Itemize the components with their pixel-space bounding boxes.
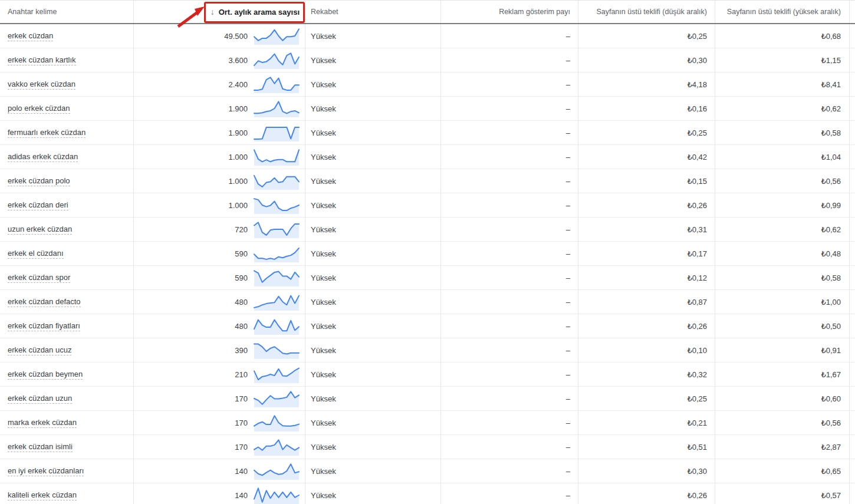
- keyword-link[interactable]: erkek el cüzdanı: [8, 249, 64, 259]
- ad-impression-share-cell: –: [441, 411, 578, 434]
- top-bid-low-cell: ₺0,30: [578, 459, 715, 483]
- keyword-link[interactable]: fermuarlı erkek cüzdan: [8, 128, 86, 138]
- table-row: erkek cüzdan spor 590 Yüksek – ₺0,12 ₺0,…: [0, 266, 855, 290]
- ad-impression-share-value: –: [566, 153, 570, 162]
- keyword-link[interactable]: erkek cüzdan defacto: [8, 297, 81, 307]
- top-bid-low-value: ₺0,51: [687, 443, 707, 452]
- competition-cell: Yüksek: [305, 121, 441, 144]
- top-bid-high-value: ₺0,99: [821, 201, 841, 210]
- column-header-keyword[interactable]: Anahtar kelime: [0, 1, 134, 23]
- keyword-cell: erkek cüzdan uzun: [0, 387, 134, 410]
- keyword-link[interactable]: erkek cüzdan: [8, 31, 53, 41]
- top-bid-high-cell: ₺0,56: [715, 169, 850, 193]
- row-right-gutter: [850, 193, 855, 217]
- search-volume-value: 170: [235, 394, 248, 403]
- keyword-link[interactable]: kaliteli erkek cüzdan: [8, 490, 77, 500]
- ad-impression-share-value: –: [566, 443, 570, 452]
- ad-impression-share-value: –: [566, 104, 570, 113]
- row-right-gutter: [850, 48, 855, 72]
- competition-cell: Yüksek: [305, 483, 441, 504]
- row-right-gutter: [850, 121, 855, 144]
- keyword-link[interactable]: erkek cüzdan isimli: [8, 442, 73, 452]
- row-right-gutter: [850, 435, 855, 459]
- keyword-link[interactable]: polo erkek cüzdan: [8, 104, 70, 114]
- avg-monthly-searches-cell: 590: [134, 266, 305, 289]
- keyword-link[interactable]: en iyi erkek cüzdanları: [8, 466, 84, 476]
- top-bid-high-value: ₺0,68: [821, 32, 841, 41]
- avg-monthly-searches-cell: 480: [134, 290, 305, 314]
- ad-impression-share-cell: –: [441, 48, 578, 72]
- competition-cell: Yüksek: [305, 24, 441, 48]
- competition-cell: Yüksek: [305, 242, 441, 265]
- table-row: erkek cüzdan defacto 480 Yüksek – ₺0,87 …: [0, 290, 855, 314]
- keyword-cell: erkek cüzdan kartlık: [0, 48, 134, 72]
- top-bid-low-cell: ₺0,26: [578, 193, 715, 217]
- competition-value: Yüksek: [311, 80, 336, 89]
- ad-impression-share-value: –: [566, 322, 570, 331]
- top-bid-high-cell: ₺0,60: [715, 387, 850, 410]
- top-bid-high-value: ₺0,91: [821, 346, 841, 355]
- table-row: erkek cüzdan 49.500 Yüksek – ₺0,25 ₺0,68: [0, 24, 855, 48]
- ad-impression-share-value: –: [566, 274, 570, 282]
- sort-descending-icon: ↓: [211, 8, 215, 16]
- ad-impression-share-cell: –: [441, 24, 578, 48]
- trend-sparkline: [253, 438, 300, 456]
- keyword-cell: erkek cüzdan beymen: [0, 363, 134, 386]
- keyword-link[interactable]: erkek cüzdan kartlık: [8, 55, 76, 65]
- keyword-link[interactable]: erkek cüzdan uzun: [8, 394, 72, 404]
- top-bid-low-value: ₺0,10: [687, 346, 707, 355]
- keyword-cell: erkek cüzdan ucuz: [0, 338, 134, 362]
- keyword-link[interactable]: erkek cüzdan fiyatları: [8, 321, 80, 331]
- column-header-ad-impression-share[interactable]: Reklam gösterim payı: [441, 1, 578, 23]
- top-bid-high-cell: ₺0,58: [715, 121, 850, 144]
- competition-cell: Yüksek: [305, 435, 441, 459]
- competition-cell: Yüksek: [305, 218, 441, 241]
- keyword-link[interactable]: adidas erkek cüzdan: [8, 152, 78, 162]
- ad-impression-share-cell: –: [441, 363, 578, 386]
- keyword-link[interactable]: erkek cüzdan polo: [8, 176, 70, 186]
- top-bid-high-value: ₺0,62: [821, 225, 841, 234]
- keyword-link[interactable]: marka erkek cüzdan: [8, 418, 77, 428]
- top-bid-low-cell: ₺0,21: [578, 411, 715, 434]
- keyword-link[interactable]: erkek cüzdan ucuz: [8, 345, 71, 355]
- search-volume-value: 390: [235, 346, 248, 355]
- trend-sparkline: [253, 172, 300, 190]
- row-right-gutter: [850, 24, 855, 48]
- search-volume-value: 140: [235, 491, 248, 500]
- table-row: erkek cüzdan isimli 170 Yüksek – ₺0,51 ₺…: [0, 435, 855, 459]
- ad-impression-share-cell: –: [441, 387, 578, 410]
- keyword-link[interactable]: erkek cüzdan spor: [8, 273, 70, 283]
- competition-value: Yüksek: [311, 153, 336, 162]
- competition-value: Yüksek: [311, 322, 336, 331]
- top-bid-low-value: ₺0,25: [687, 129, 707, 137]
- keyword-link[interactable]: uzun erkek cüzdan: [8, 225, 72, 235]
- top-bid-high-value: ₺1,15: [821, 56, 841, 65]
- search-volume-value: 1.900: [228, 129, 248, 137]
- top-bid-low-value: ₺0,87: [687, 298, 707, 307]
- column-header-competition[interactable]: Rekabet: [305, 1, 441, 23]
- top-bid-low-cell: ₺0,25: [578, 24, 715, 48]
- keyword-link[interactable]: erkek cüzdan deri: [8, 200, 68, 210]
- trend-sparkline: [253, 414, 300, 431]
- table-row: marka erkek cüzdan 170 Yüksek – ₺0,21 ₺0…: [0, 411, 855, 435]
- column-header-top-bid-high[interactable]: Sayfanın üstü teklifi (yüksek aralık): [715, 1, 850, 23]
- row-right-gutter: [850, 242, 855, 265]
- competition-cell: Yüksek: [305, 97, 441, 120]
- top-bid-high-cell: ₺0,58: [715, 266, 850, 289]
- table-row: erkek cüzdan ucuz 390 Yüksek – ₺0,10 ₺0,…: [0, 338, 855, 363]
- column-header-keyword-label: Anahtar kelime: [8, 8, 57, 16]
- keyword-link[interactable]: erkek cüzdan beymen: [8, 370, 83, 380]
- trend-sparkline: [253, 220, 300, 238]
- search-volume-value: 170: [235, 419, 248, 427]
- column-header-top-bid-low[interactable]: Sayfanın üstü teklifi (düşük aralık): [578, 1, 715, 23]
- avg-monthly-searches-cell: 590: [134, 242, 305, 265]
- column-header-avg-monthly-searches[interactable]: ↓ Ort. aylık arama sayısı: [134, 1, 305, 23]
- keyword-cell: erkek cüzdan defacto: [0, 290, 134, 314]
- competition-cell: Yüksek: [305, 459, 441, 483]
- top-bid-low-cell: ₺0,10: [578, 338, 715, 362]
- top-bid-low-cell: ₺0,31: [578, 218, 715, 241]
- keyword-link[interactable]: vakko erkek cüzdan: [8, 80, 75, 90]
- top-bid-low-value: ₺0,26: [687, 491, 707, 500]
- top-bid-high-cell: ₺8,41: [715, 73, 850, 96]
- top-bid-high-cell: ₺0,68: [715, 24, 850, 48]
